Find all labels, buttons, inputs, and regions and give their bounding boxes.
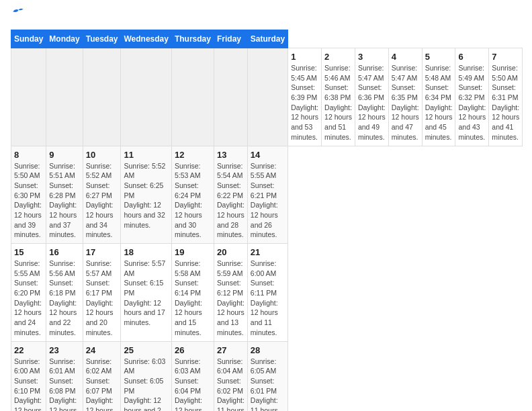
day-number: 8 (14, 150, 43, 160)
calendar-cell: 6Sunrise: 5:49 AMSunset: 6:32 PMDaylight… (455, 48, 489, 146)
calendar-cell: 16Sunrise: 5:56 AMSunset: 6:18 PMDayligh… (46, 244, 83, 342)
calendar-cell (83, 48, 121, 146)
calendar-cell: 19Sunrise: 5:58 AMSunset: 6:14 PMDayligh… (171, 244, 214, 342)
day-number: 23 (49, 345, 79, 355)
day-detail: Sunrise: 5:48 AMSunset: 6:34 PMDaylight:… (425, 63, 453, 142)
day-number: 6 (458, 52, 486, 62)
day-detail: Sunrise: 5:59 AMSunset: 6:12 PMDaylight:… (217, 259, 245, 338)
calendar-cell: 14Sunrise: 5:55 AMSunset: 6:21 PMDayligh… (247, 146, 287, 244)
day-detail: Sunrise: 5:50 AMSunset: 6:31 PMDaylight:… (492, 63, 519, 142)
day-number: 10 (86, 150, 118, 160)
calendar-cell: 5Sunrise: 5:48 AMSunset: 6:34 PMDaylight… (422, 48, 455, 146)
calendar-cell: 24Sunrise: 6:02 AMSunset: 6:07 PMDayligh… (83, 341, 121, 411)
day-detail: Sunrise: 5:58 AMSunset: 6:14 PMDaylight:… (175, 259, 211, 338)
day-detail: Sunrise: 6:03 AMSunset: 6:04 PMDaylight:… (175, 357, 211, 412)
day-number: 25 (124, 345, 168, 355)
calendar-cell: 20Sunrise: 5:59 AMSunset: 6:12 PMDayligh… (214, 244, 247, 342)
day-number: 5 (425, 52, 453, 62)
day-detail: Sunrise: 6:04 AMSunset: 6:02 PMDaylight:… (217, 357, 245, 412)
day-detail: Sunrise: 6:03 AMSunset: 6:05 PMDaylight:… (124, 357, 168, 412)
calendar-cell: 3Sunrise: 5:47 AMSunset: 6:36 PMDaylight… (355, 48, 388, 146)
day-number: 13 (217, 150, 245, 160)
day-detail: Sunrise: 5:51 AMSunset: 6:28 PMDaylight:… (49, 161, 79, 240)
calendar-week-4: 22Sunrise: 6:00 AMSunset: 6:10 PMDayligh… (11, 341, 523, 411)
weekday-header-sunday: Sunday (11, 30, 46, 48)
day-number: 17 (86, 247, 118, 257)
day-detail: Sunrise: 5:57 AMSunset: 6:17 PMDaylight:… (86, 259, 118, 338)
calendar-cell: 13Sunrise: 5:54 AMSunset: 6:22 PMDayligh… (214, 146, 247, 244)
day-number: 14 (251, 150, 285, 160)
calendar-cell: 12Sunrise: 5:53 AMSunset: 6:24 PMDayligh… (171, 146, 214, 244)
calendar-cell: 21Sunrise: 6:00 AMSunset: 6:11 PMDayligh… (247, 244, 287, 342)
day-number: 24 (86, 345, 118, 355)
day-number: 16 (49, 247, 79, 257)
calendar-cell: 11Sunrise: 5:52 AMSunset: 6:25 PMDayligh… (121, 146, 171, 244)
day-detail: Sunrise: 6:00 AMSunset: 6:10 PMDaylight:… (14, 357, 43, 412)
calendar-cell: 15Sunrise: 5:55 AMSunset: 6:20 PMDayligh… (11, 244, 46, 342)
weekday-header-monday: Monday (46, 30, 83, 48)
calendar-week-3: 15Sunrise: 5:55 AMSunset: 6:20 PMDayligh… (11, 244, 523, 342)
day-number: 21 (251, 247, 285, 257)
calendar-cell (247, 48, 287, 146)
day-detail: Sunrise: 5:47 AMSunset: 6:35 PMDaylight:… (392, 63, 419, 142)
day-detail: Sunrise: 5:56 AMSunset: 6:18 PMDaylight:… (49, 259, 79, 338)
day-detail: Sunrise: 5:52 AMSunset: 6:27 PMDaylight:… (86, 161, 118, 240)
day-number: 1 (291, 52, 318, 62)
day-detail: Sunrise: 5:57 AMSunset: 6:15 PMDaylight:… (124, 259, 168, 328)
calendar-cell: 7Sunrise: 5:50 AMSunset: 6:31 PMDaylight… (489, 48, 523, 146)
day-number: 15 (14, 247, 43, 257)
calendar-cell: 22Sunrise: 6:00 AMSunset: 6:10 PMDayligh… (11, 341, 46, 411)
weekday-header-saturday: Saturday (247, 30, 287, 48)
page-header (11, 11, 521, 23)
calendar-cell: 10Sunrise: 5:52 AMSunset: 6:27 PMDayligh… (83, 146, 121, 244)
calendar-cell: 4Sunrise: 5:47 AMSunset: 6:35 PMDaylight… (388, 48, 422, 146)
day-detail: Sunrise: 5:55 AMSunset: 6:21 PMDaylight:… (251, 161, 285, 240)
logo (11, 11, 24, 23)
logo-bird-icon (12, 6, 24, 15)
day-number: 19 (175, 247, 211, 257)
calendar-table: SundayMondayTuesdayWednesdayThursdayFrid… (11, 30, 523, 411)
day-detail: Sunrise: 5:46 AMSunset: 6:38 PMDaylight:… (324, 63, 352, 142)
day-number: 18 (124, 247, 168, 257)
weekday-header-thursday: Thursday (171, 30, 214, 48)
calendar-cell: 23Sunrise: 6:01 AMSunset: 6:08 PMDayligh… (46, 341, 83, 411)
calendar-cell: 1Sunrise: 5:45 AMSunset: 6:39 PMDaylight… (288, 48, 322, 146)
calendar-cell (11, 48, 46, 146)
day-number: 28 (251, 345, 285, 355)
day-number: 26 (175, 345, 211, 355)
calendar-cell: 27Sunrise: 6:04 AMSunset: 6:02 PMDayligh… (214, 341, 247, 411)
day-number: 12 (175, 150, 211, 160)
day-number: 9 (49, 150, 79, 160)
day-detail: Sunrise: 6:05 AMSunset: 6:01 PMDaylight:… (251, 357, 285, 412)
day-detail: Sunrise: 6:01 AMSunset: 6:08 PMDaylight:… (49, 357, 79, 412)
day-detail: Sunrise: 5:53 AMSunset: 6:24 PMDaylight:… (175, 161, 211, 240)
day-number: 7 (492, 52, 519, 62)
calendar-cell: 18Sunrise: 5:57 AMSunset: 6:15 PMDayligh… (121, 244, 171, 342)
calendar-cell: 28Sunrise: 6:05 AMSunset: 6:01 PMDayligh… (247, 341, 287, 411)
day-detail: Sunrise: 5:49 AMSunset: 6:32 PMDaylight:… (458, 63, 486, 142)
calendar-week-2: 8Sunrise: 5:50 AMSunset: 6:30 PMDaylight… (11, 146, 523, 244)
day-number: 4 (392, 52, 419, 62)
weekday-header-wednesday: Wednesday (121, 30, 171, 48)
calendar-cell: 26Sunrise: 6:03 AMSunset: 6:04 PMDayligh… (171, 341, 214, 411)
day-detail: Sunrise: 5:52 AMSunset: 6:25 PMDaylight:… (124, 161, 168, 230)
calendar-cell: 25Sunrise: 6:03 AMSunset: 6:05 PMDayligh… (121, 341, 171, 411)
day-detail: Sunrise: 5:45 AMSunset: 6:39 PMDaylight:… (291, 63, 318, 142)
calendar-cell: 17Sunrise: 5:57 AMSunset: 6:17 PMDayligh… (83, 244, 121, 342)
day-number: 2 (324, 52, 352, 62)
day-detail: Sunrise: 5:54 AMSunset: 6:22 PMDaylight:… (217, 161, 245, 240)
day-number: 11 (124, 150, 168, 160)
day-detail: Sunrise: 5:47 AMSunset: 6:36 PMDaylight:… (358, 63, 386, 142)
calendar-cell: 2Sunrise: 5:46 AMSunset: 6:38 PMDaylight… (322, 48, 355, 146)
day-detail: Sunrise: 5:50 AMSunset: 6:30 PMDaylight:… (14, 161, 43, 240)
calendar-week-1: 1Sunrise: 5:45 AMSunset: 6:39 PMDaylight… (11, 48, 523, 146)
day-number: 22 (14, 345, 43, 355)
day-number: 27 (217, 345, 245, 355)
calendar-cell (214, 48, 247, 146)
calendar-cell: 8Sunrise: 5:50 AMSunset: 6:30 PMDaylight… (11, 146, 46, 244)
day-detail: Sunrise: 6:00 AMSunset: 6:11 PMDaylight:… (251, 259, 285, 338)
weekday-header-friday: Friday (214, 30, 247, 48)
weekday-header-tuesday: Tuesday (83, 30, 121, 48)
calendar-cell (171, 48, 214, 146)
day-number: 20 (217, 247, 245, 257)
